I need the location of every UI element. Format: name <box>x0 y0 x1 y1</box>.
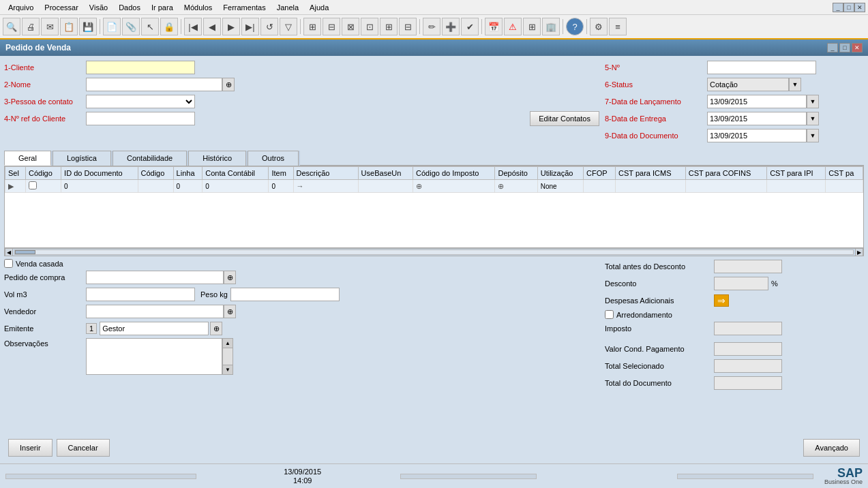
window-minimize[interactable]: _ <box>827 43 838 52</box>
toolbar-email[interactable]: ✉ <box>41 18 59 35</box>
toolbar-more[interactable]: ≡ <box>609 18 627 35</box>
toolbar-sms[interactable]: 📋 <box>60 18 78 35</box>
toolbar-nav4[interactable]: ⊡ <box>361 18 378 35</box>
status-dropdown[interactable]: ▼ <box>789 78 801 91</box>
status-input[interactable] <box>707 78 789 91</box>
window-maximize[interactable]: □ <box>839 43 850 52</box>
menu-ir-para[interactable]: Ir para <box>146 2 179 13</box>
toolbar-nav1[interactable]: ⊞ <box>303 18 321 35</box>
window-close[interactable]: ✕ <box>852 43 863 52</box>
toolbar-prev[interactable]: ◀ <box>203 18 221 35</box>
vendedor-input[interactable] <box>86 305 224 318</box>
toolbar-doc[interactable]: 📄 <box>103 18 121 35</box>
obs-scroll-up[interactable]: ▲ <box>223 339 233 348</box>
toolbar-save[interactable]: 💾 <box>79 18 97 35</box>
total-antes-input[interactable] <box>714 260 782 273</box>
vendedor-icon[interactable]: ⊕ <box>224 305 236 318</box>
despesas-arrow[interactable]: ⇒ <box>714 294 729 307</box>
toolbar-attach[interactable]: 📎 <box>122 18 140 35</box>
data-entrega-picker[interactable]: ▼ <box>807 112 819 125</box>
avancado-button[interactable]: Avançado <box>803 439 860 457</box>
emitente-icon[interactable]: ⊕ <box>210 322 222 335</box>
cell-codimposto[interactable]: ⊕ <box>495 180 537 193</box>
close-btn[interactable]: ✕ <box>854 3 865 12</box>
pedido-compra-icon[interactable]: ⊕ <box>224 271 236 284</box>
desconto-input[interactable] <box>714 277 768 290</box>
venda-casada-checkbox[interactable] <box>4 259 13 268</box>
arredondamento-row: Arredondamento <box>605 310 864 319</box>
numero-input[interactable] <box>707 61 816 74</box>
tab-contabilidade[interactable]: Contabilidade <box>113 151 187 166</box>
toolbar-edit1[interactable]: ✏ <box>423 18 440 35</box>
scroll-thumb[interactable] <box>15 250 35 254</box>
inserir-button[interactable]: Inserir <box>8 439 53 457</box>
menu-ferramentas[interactable]: Ferramentas <box>218 2 271 13</box>
toolbar-first[interactable]: |◀ <box>184 18 202 35</box>
toolbar-next[interactable]: ▶ <box>222 18 240 35</box>
toolbar-cursor[interactable]: ↖ <box>141 18 159 35</box>
toolbar-nav6[interactable]: ⊟ <box>399 18 417 35</box>
toolbar-check[interactable]: ✔ <box>461 18 479 35</box>
toolbar-last[interactable]: ▶| <box>241 18 259 35</box>
data-lancamento-picker[interactable]: ▼ <box>807 95 819 108</box>
pessoa-select[interactable] <box>86 95 195 108</box>
cancelar-button[interactable]: Cancelar <box>57 439 110 457</box>
toolbar-nav2[interactable]: ⊟ <box>323 18 340 35</box>
cliente-input[interactable] <box>86 61 195 74</box>
toolbar-add[interactable]: ➕ <box>442 18 460 35</box>
tab-geral[interactable]: Geral <box>4 151 51 166</box>
data-lancamento-input[interactable] <box>707 95 807 108</box>
nome-icon[interactable]: ⊕ <box>222 78 235 91</box>
scroll-right[interactable]: ▶ <box>855 248 863 256</box>
tab-outros[interactable]: Outros <box>248 151 299 166</box>
arredondamento-checkbox[interactable] <box>605 310 614 319</box>
menu-modulos[interactable]: Módulos <box>179 2 218 13</box>
emitente-input[interactable] <box>100 322 209 335</box>
toolbar-lock[interactable]: 🔒 <box>160 18 178 35</box>
nome-input[interactable] <box>86 78 222 91</box>
toolbar-nav3[interactable]: ⊠ <box>342 18 359 35</box>
data-entrega-input[interactable] <box>707 112 807 125</box>
cell-usebase[interactable]: ⊕ <box>413 180 495 193</box>
toolbar-refresh[interactable]: ↺ <box>260 18 278 35</box>
toolbar-print[interactable]: 🖨 <box>22 18 40 35</box>
toolbar-settings[interactable]: ⚙ <box>590 18 608 35</box>
scroll-left[interactable]: ◀ <box>5 248 13 256</box>
tab-logistica[interactable]: Logística <box>53 151 111 166</box>
menu-arquivo[interactable]: Arquivo <box>3 2 39 13</box>
observacoes-textarea[interactable] <box>86 338 222 375</box>
menu-ajuda[interactable]: Ajuda <box>304 2 334 13</box>
toolbar-nav5[interactable]: ⊞ <box>380 18 398 35</box>
data-documento-picker[interactable]: ▼ <box>807 129 819 142</box>
valor-cond-input[interactable] <box>714 342 782 356</box>
cell-csticms <box>685 180 766 193</box>
nref-input[interactable] <box>86 112 195 125</box>
menu-processar[interactable]: Processar <box>39 2 84 13</box>
vol-input[interactable] <box>86 288 195 301</box>
cell-item[interactable]: → <box>293 180 358 193</box>
toolbar-grid[interactable]: ⊞ <box>523 18 541 35</box>
cell-sel[interactable] <box>26 180 61 193</box>
menu-visao[interactable]: Visão <box>84 2 113 13</box>
total-documento-input[interactable] <box>714 376 782 390</box>
pedido-compra-input[interactable] <box>86 271 224 284</box>
minimize-btn[interactable]: _ <box>833 3 843 12</box>
toolbar-calendar[interactable]: 📅 <box>485 18 503 35</box>
menu-dados[interactable]: Dados <box>113 2 146 13</box>
h-scrollbar[interactable]: ◀ ▶ <box>4 248 864 256</box>
editar-contatos-button[interactable]: Editar Contatos <box>530 111 599 126</box>
status-left <box>5 474 269 479</box>
total-selecionado-input[interactable] <box>714 359 782 373</box>
peso-input[interactable] <box>230 288 340 301</box>
toolbar-help[interactable]: ? <box>566 18 584 35</box>
toolbar-org[interactable]: 🏢 <box>542 18 560 35</box>
data-documento-input[interactable] <box>707 129 807 142</box>
maximize-btn[interactable]: □ <box>843 3 854 12</box>
menu-janela[interactable]: Janela <box>271 2 304 13</box>
toolbar-filter[interactable]: ▽ <box>280 18 297 35</box>
imposto-input[interactable] <box>714 322 782 335</box>
toolbar-alert[interactable]: ⚠ <box>504 18 522 35</box>
tab-historico[interactable]: Histórico <box>188 151 246 166</box>
toolbar-zoom[interactable]: 🔍 <box>3 18 20 35</box>
obs-scroll-down[interactable]: ▼ <box>223 365 233 374</box>
